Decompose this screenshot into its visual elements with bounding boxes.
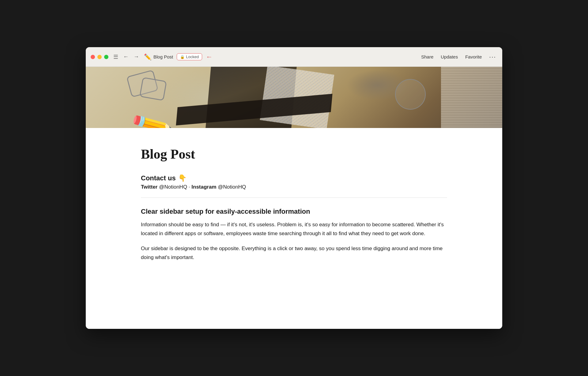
contact-emoji: 👇 [178,174,187,182]
twitter-handle: @NotionHQ [159,184,187,190]
locked-badge[interactable]: 🔒 Locked [177,53,202,60]
twitter-label: Twitter [141,184,157,190]
contact-section: Contact us 👇 Twitter @NotionHQ · Instagr… [141,174,447,190]
arrow-indicator: ← [206,53,213,61]
close-button[interactable] [91,55,95,59]
instagram-label: Instagram [191,184,216,190]
divider [141,197,447,198]
separator: · [189,184,191,190]
collage-right-texture [441,67,502,128]
favorite-button[interactable]: Favorite [465,54,482,59]
instagram-handle: @NotionHQ [218,184,246,190]
page-title-label: Blog Post [153,54,173,59]
updates-button[interactable]: Updates [441,54,458,59]
app-window: ☰ ← → ✏️ Blog Post 🔒 Locked ← Share Upda… [86,47,502,329]
locked-label: Locked [186,55,199,59]
contact-heading-text: Contact us [141,174,176,182]
titlebar-right: Share Updates Favorite ··· [421,53,496,60]
collage-shape-2 [139,77,167,101]
lock-icon: 🔒 [180,55,185,59]
section1-para2: Our sidebar is designed to be the opposi… [141,244,447,262]
back-button[interactable]: ← [122,52,130,61]
section1-title: Clear sidebar setup for easily-accessibl… [141,208,447,216]
titlebar: ☰ ← → ✏️ Blog Post 🔒 Locked ← Share Upda… [86,47,502,67]
page-main-title: Blog Post [141,146,447,162]
share-button[interactable]: Share [421,54,433,59]
forward-button[interactable]: → [132,52,140,61]
traffic-lights [91,55,108,59]
more-options-button[interactable]: ··· [489,53,496,60]
contact-heading: Contact us 👇 [141,174,447,182]
page-content: Blog Post Contact us 👇 Twitter @NotionHQ… [86,128,502,329]
nav-arrows: ← → [122,52,140,61]
section1-para1: Information should be easy to find — if … [141,220,447,238]
pencil-icon: ✏️ [144,53,152,61]
hamburger-icon[interactable]: ☰ [113,54,118,60]
hero-banner: ✏️ [86,67,502,128]
maximize-button[interactable] [104,55,108,59]
minimize-button[interactable] [97,55,102,59]
contact-links: Twitter @NotionHQ · Instagram @NotionHQ [141,184,447,190]
collage-circle [395,79,426,110]
